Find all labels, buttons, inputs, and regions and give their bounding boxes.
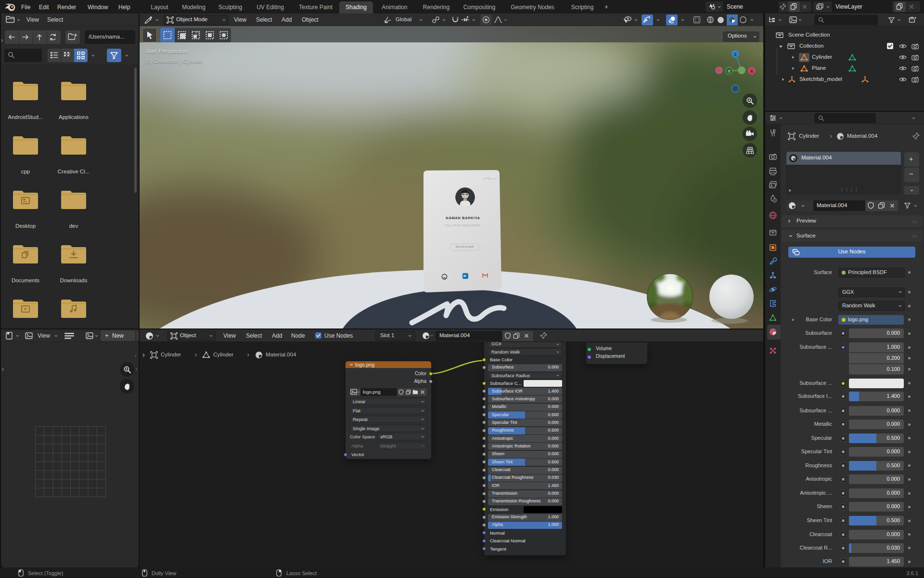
svg-text:Y: Y: [728, 69, 731, 74]
svg-text:X: X: [750, 69, 753, 74]
svg-text:Z: Z: [734, 52, 737, 57]
